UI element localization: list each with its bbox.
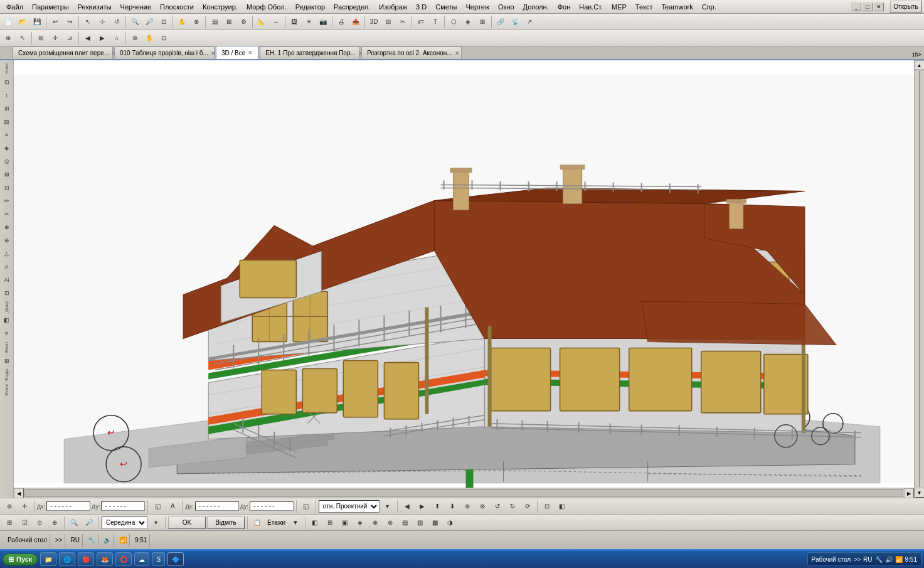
tab-2[interactable]: 010 Таблиця прорізів, ніш і б... ✕ (114, 46, 215, 59)
layer-b8[interactable]: ▥ (413, 516, 427, 530)
menu-morph[interactable]: Морф Обол. (243, 2, 290, 12)
tab-2-close[interactable]: ✕ (211, 50, 216, 56)
taskbar-item-firefox[interactable]: 🦊 (97, 552, 113, 566)
sun-button[interactable]: ☀ (302, 15, 316, 29)
taskbar-item-cloud[interactable]: ☁ (134, 552, 149, 566)
tab-5[interactable]: Розгортка по осі 2. Аксонон... ✕ (361, 46, 462, 59)
layer-b7[interactable]: ▤ (398, 516, 412, 530)
bt1-3[interactable]: ◱ (299, 500, 313, 513)
ok-button[interactable]: OK (168, 517, 206, 529)
dimension-button[interactable]: ↔ (269, 15, 283, 29)
3d-view-button[interactable]: 3D (367, 15, 381, 29)
system-tray[interactable]: Рабочий стол >> RU 🔧 🔊 📶 9:51 (807, 552, 921, 566)
view-zoom-to[interactable]: ⊡ (157, 31, 171, 45)
start-button[interactable]: ⊞ Пуск (3, 554, 38, 565)
new-file-button[interactable]: 📄 (1, 15, 15, 29)
view-pan[interactable]: ✋ (142, 31, 156, 45)
left-btn-16[interactable]: ⊡ (1, 287, 13, 299)
nav-b4[interactable]: ⬇ (445, 500, 459, 513)
bt2-ref[interactable]: ⊙ (33, 516, 46, 530)
menu-details[interactable]: Реквизиты (74, 2, 115, 12)
taskbar-item-circle[interactable]: ⭕ (115, 552, 132, 566)
menu-distrib[interactable]: Распредел. (330, 2, 374, 12)
left-btn-2[interactable]: ↕ (1, 89, 13, 102)
model-button[interactable]: ⬡ (447, 15, 460, 29)
plan-button[interactable]: ⊟ (381, 15, 395, 29)
orbit-button[interactable]: ⊕ (189, 15, 203, 29)
nav-b9[interactable]: ⟳ (521, 500, 534, 513)
tab-4[interactable]: ЕН. 1 Про затвердження Пор... ✕ (260, 46, 360, 59)
left-btn-13[interactable]: ⊗ (1, 234, 13, 247)
pointer-button[interactable]: ↖ (81, 15, 95, 29)
origin-btn[interactable]: ✛ (48, 31, 62, 45)
menu-drawing[interactable]: Черчение (117, 2, 156, 12)
print-button[interactable]: 🖨 (334, 15, 348, 29)
tab-5-close[interactable]: ✕ (455, 50, 460, 56)
layer-icon[interactable]: 📋 (250, 516, 264, 530)
left-btn-ai[interactable]: Ai (1, 274, 13, 286)
bt2-5[interactable]: 🔎 (82, 516, 96, 530)
left-btn-14[interactable]: △ (1, 247, 13, 260)
filter-button[interactable]: ⊞ (222, 15, 236, 29)
axis-btn[interactable]: ⊿ (63, 31, 77, 45)
nav-b1[interactable]: ◀ (400, 500, 414, 513)
left-btn-3[interactable]: ⊞ (1, 102, 13, 115)
nav-b5[interactable]: ⊕ (460, 500, 474, 513)
nav-b6[interactable]: ⊗ (475, 500, 489, 513)
scroll-thumb[interactable] (919, 71, 920, 487)
scroll-right-button[interactable]: ▶ (904, 488, 914, 498)
layer-b5[interactable]: ⊕ (368, 516, 382, 530)
prop-button[interactable]: ⚙ (236, 15, 250, 29)
bt2-1[interactable]: ⊞ (3, 516, 16, 530)
nav-fwd[interactable]: ▶ (95, 31, 109, 45)
tab-3[interactable]: 3D / Все ✕ (216, 46, 258, 59)
status-volume[interactable]: 🔊 (101, 534, 114, 547)
connect-button[interactable]: 🔗 (494, 15, 507, 29)
left-btn-9[interactable]: ⊟ (1, 181, 13, 194)
tab-1[interactable]: Схема розміщення плит пере... ✕ (13, 46, 113, 59)
view-orbit[interactable]: ⊕ (128, 31, 142, 45)
left-btn-4[interactable]: ▤ (1, 115, 13, 128)
layer-b3[interactable]: ▣ (338, 516, 352, 530)
menu-planes[interactable]: Плоскости (156, 2, 198, 12)
layer-b10[interactable]: ◑ (443, 516, 457, 530)
share-button[interactable]: ↗ (523, 15, 536, 29)
undo-button[interactable]: ↩ (48, 15, 62, 29)
tab-3-close[interactable]: ✕ (248, 50, 253, 56)
nav-b7[interactable]: ↺ (491, 500, 504, 513)
scroll-up-button[interactable]: ▲ (915, 60, 925, 70)
menu-teamwork[interactable]: Teamwork (658, 2, 697, 12)
layer-b9[interactable]: ▦ (428, 516, 442, 530)
status-network[interactable]: 📶 (117, 534, 130, 547)
zoom-in-button[interactable]: 🔍 (128, 15, 142, 29)
left-btn-1[interactable]: ⊡ (1, 76, 13, 88)
snap-arrow[interactable]: ▾ (149, 516, 162, 530)
left-btn-11[interactable]: ✂ (1, 208, 13, 220)
coord-icon[interactable]: ✛ (18, 500, 31, 513)
nav-b2[interactable]: ▶ (415, 500, 429, 513)
menu-construct[interactable]: Конструир. (199, 2, 242, 12)
pan-button[interactable]: ✋ (175, 15, 189, 29)
left-btn-6[interactable]: ◈ (1, 142, 13, 154)
nav-extra[interactable]: ⊡ (540, 500, 554, 513)
open-button[interactable]: Открыть (890, 1, 921, 13)
select-button[interactable]: ⊹ (95, 15, 109, 29)
tab-nav-right[interactable]: 1b> (910, 50, 924, 59)
render-button[interactable]: 🖼 (287, 15, 301, 29)
snap-btn-2[interactable]: ↖ (16, 31, 29, 45)
menu-3d[interactable]: 3 D (412, 2, 430, 12)
measure-button[interactable]: 📐 (255, 15, 268, 29)
snap-dropdown[interactable]: Середина (102, 517, 147, 529)
left-btn-v1[interactable]: ⊞ (1, 355, 13, 367)
dx-field[interactable]: ------ (46, 501, 90, 511)
section-button[interactable]: ✂ (396, 15, 410, 29)
open-file-button[interactable]: 📂 (16, 15, 29, 29)
snap-icon[interactable]: ⊕ (3, 500, 16, 513)
taskbar-item-skype[interactable]: S (152, 552, 165, 566)
grid-btn[interactable]: ⊞ (34, 31, 48, 45)
left-btn-5[interactable]: ≡ (1, 129, 13, 141)
menu-text[interactable]: Текст (632, 2, 657, 12)
nav-back[interactable]: ◀ (81, 31, 95, 45)
proj-arrow[interactable]: ▾ (381, 500, 395, 513)
bt1-1[interactable]: ◱ (151, 500, 164, 513)
